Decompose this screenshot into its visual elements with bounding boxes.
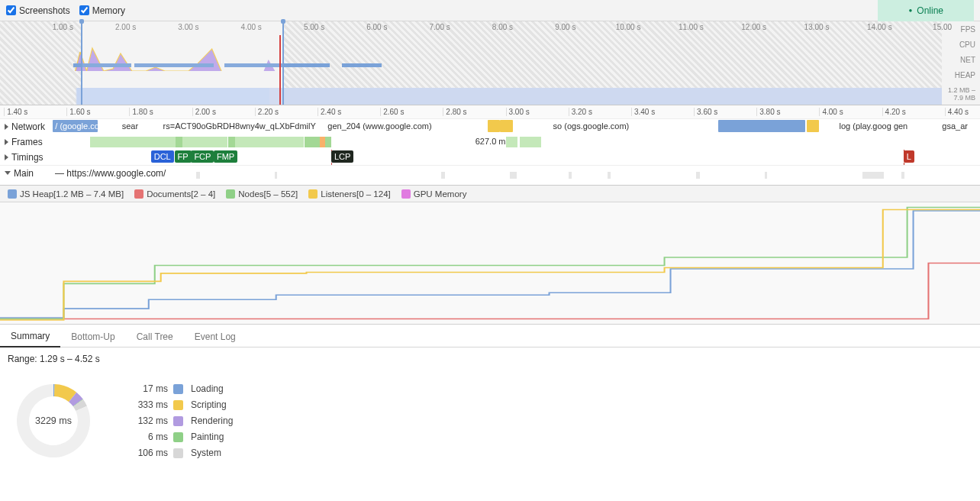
frame-bar[interactable] — [242, 137, 266, 147]
det-tick: 3.40 s — [631, 108, 655, 116]
frame-bar[interactable] — [520, 137, 541, 147]
tab-summary[interactable]: Summary — [0, 325, 60, 347]
frame-duration-3: 627.0 ms — [475, 137, 510, 146]
timing-dcl[interactable]: DCL — [151, 150, 174, 163]
main-expand[interactable]: Main — [0, 168, 50, 179]
main-tasks — [0, 166, 980, 180]
timing-fp[interactable]: FP — [175, 150, 192, 163]
cat-label: System — [191, 448, 233, 458]
timing-lcp[interactable]: LCP — [331, 150, 353, 163]
main-label: Main — [14, 168, 34, 179]
det-tick: 3.20 s — [569, 108, 592, 116]
screenshots-toggle[interactable]: Screenshots — [6, 5, 70, 16]
network-request[interactable]: sear — [120, 120, 157, 132]
window-handle-right[interactable] — [281, 19, 285, 24]
tab-call-tree[interactable]: Call Tree — [126, 326, 184, 347]
frame-bar[interactable] — [189, 137, 227, 147]
det-tick: 2.60 s — [380, 108, 404, 116]
cat-swatch — [173, 432, 183, 442]
network-throttle-button[interactable]: Online — [878, 0, 974, 21]
memory-label: Memory — [92, 5, 125, 16]
frames-expand[interactable]: Frames — [0, 137, 50, 147]
network-request[interactable]: gsa_ar — [940, 120, 976, 132]
chevron-right-icon — [5, 139, 8, 145]
overview-timeline[interactable]: 1.00 s2.00 s3.00 s4.00 s5.00 s6.00 s7.00… — [0, 21, 980, 105]
summary-donut: 3229 ms — [8, 375, 99, 467]
timings-chips: DCLFPFCPFMPLCPL — [0, 150, 980, 165]
network-expand[interactable]: Network — [0, 121, 50, 132]
screenshots-checkbox[interactable] — [6, 5, 16, 15]
tab-event-log[interactable]: Event Log — [184, 326, 247, 347]
network-request[interactable] — [807, 120, 820, 132]
tab-bottom-up[interactable]: Bottom-Up — [60, 326, 125, 347]
capture-toolbar: Screenshots Memory Online — [0, 0, 980, 21]
heap-range-label: 1.2 MB – 7.9 MB — [937, 86, 975, 102]
memory-graph[interactable] — [0, 202, 980, 325]
cpu-label: CPU — [937, 40, 975, 49]
memory-checkbox[interactable] — [79, 5, 89, 15]
network-request[interactable]: rs=ACT90oGbRDH8wny4w_qLXbFdmilY — [161, 120, 324, 132]
cat-label: Scripting — [191, 399, 233, 410]
cat-swatch — [173, 448, 183, 458]
det-tick: 2.00 s — [192, 108, 216, 116]
cat-swatch — [173, 416, 183, 426]
frame-bar[interactable] — [325, 137, 331, 147]
mem-legend-item[interactable]: JS Heap[1.2 MB – 7.4 MB] — [8, 189, 124, 199]
overview-view-window[interactable] — [81, 21, 284, 105]
det-tick: 2.80 s — [443, 108, 466, 116]
timings-expand[interactable]: Timings — [0, 152, 50, 163]
mem-legend-item[interactable]: GPU Memory — [401, 189, 467, 199]
frame-bar[interactable] — [90, 137, 140, 147]
network-request[interactable]: gen_204 (www.google.com) — [325, 120, 486, 132]
network-request[interactable] — [500, 120, 513, 132]
network-request[interactable]: log (play.goog gen — [837, 120, 917, 132]
det-tick: 1.60 s — [66, 108, 90, 116]
online-label: Online — [917, 5, 943, 16]
timing-fcp[interactable]: FCP — [191, 150, 214, 163]
mem-legend-item[interactable]: Nodes[5 – 552] — [226, 189, 298, 199]
screenshots-label: Screenshots — [19, 5, 70, 16]
frame-bar[interactable] — [266, 137, 304, 147]
det-tick: 2.20 s — [255, 108, 279, 116]
mem-legend-item[interactable]: Listeners[0 – 124] — [308, 189, 390, 199]
network-request[interactable]: so (ogs.google.com) — [551, 120, 719, 132]
det-tick: 3.80 s — [756, 108, 780, 116]
frame-bar[interactable] — [320, 137, 326, 147]
frame-bar[interactable] — [140, 137, 176, 147]
timings-label: Timings — [11, 152, 44, 163]
frame-bar[interactable] — [235, 137, 242, 147]
det-tick: 2.40 s — [318, 108, 341, 116]
network-request[interactable] — [718, 120, 805, 132]
frame-bar[interactable] — [228, 137, 235, 147]
timing-fmp[interactable]: FMP — [214, 150, 237, 163]
frames-items: 181.0 ms 139.0 ms 627.0 ms — [0, 134, 980, 150]
network-items: / (google.cosearrs=ACT90oGbRDH8wny4w_qLX… — [0, 119, 980, 134]
frames-label: Frames — [11, 137, 43, 147]
det-tick: 1.40 s — [4, 108, 27, 116]
cat-ms: 333 ms — [122, 399, 168, 410]
fps-label: FPS — [937, 25, 975, 34]
network-request[interactable]: / (google.co — [53, 120, 98, 132]
timings-track: Timings DCLFPFCPFMPLCPL — [0, 150, 980, 165]
cat-label: Painting — [191, 432, 233, 442]
chevron-right-icon — [5, 124, 8, 130]
frame-bar[interactable] — [182, 137, 189, 147]
mem-legend-item[interactable]: Documents[2 – 4] — [134, 189, 215, 199]
net-label: NET — [937, 56, 975, 64]
chevron-right-icon — [5, 154, 8, 160]
det-tick: 3.60 s — [694, 108, 717, 116]
range-line: Range: 1.29 s – 4.52 s — [0, 347, 980, 370]
det-tick: 4.20 s — [882, 108, 906, 116]
memory-toggle[interactable]: Memory — [79, 5, 125, 16]
frame-bar[interactable] — [506, 137, 517, 147]
category-list: 17 msLoading333 msScripting132 msRenderi… — [122, 383, 233, 458]
timing-l[interactable]: L — [904, 150, 914, 163]
cat-ms: 17 ms — [122, 383, 168, 394]
frame-bar[interactable] — [176, 137, 182, 147]
donut-center-label: 3229 ms — [8, 375, 99, 467]
cat-ms: 6 ms — [122, 432, 168, 442]
window-handle-left[interactable] — [79, 19, 84, 24]
main-thread-track: Main — https://www.google.com/ — [0, 165, 980, 180]
network-request[interactable] — [488, 120, 499, 132]
frame-bar[interactable] — [305, 137, 319, 147]
